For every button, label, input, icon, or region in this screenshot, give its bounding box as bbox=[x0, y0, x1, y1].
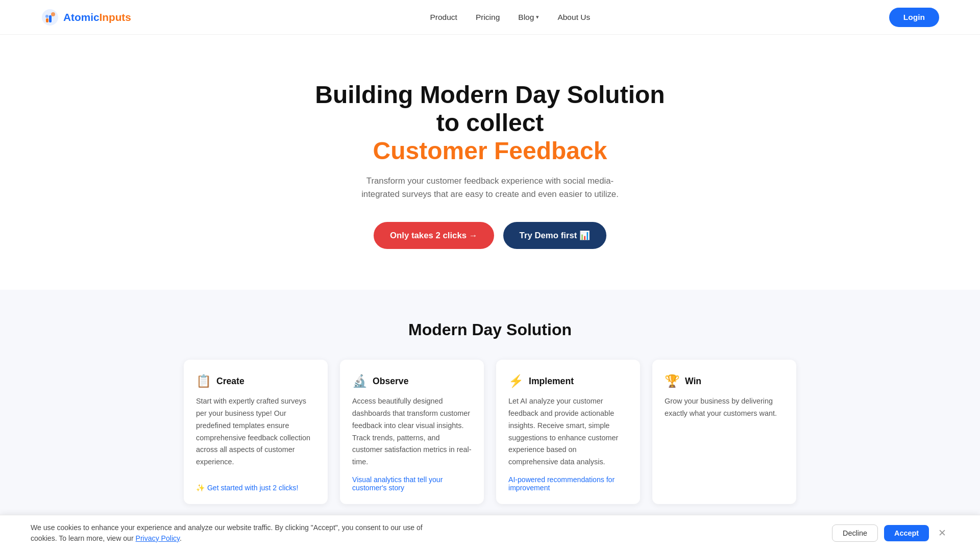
card-win-title: Win bbox=[685, 376, 701, 387]
card-observe-title: Observe bbox=[373, 376, 408, 387]
hero-buttons: Only takes 2 clicks → Try Demo first 📊 bbox=[374, 222, 606, 249]
nav-item-pricing[interactable]: Pricing bbox=[476, 13, 500, 22]
svg-point-4 bbox=[45, 15, 48, 18]
privacy-policy-link[interactable]: Privacy Policy bbox=[136, 534, 180, 542]
card-win-body: Grow your business by delivering exactly… bbox=[665, 395, 784, 420]
feature-cards-grid: 📋 Create Start with expertly crafted sur… bbox=[184, 360, 796, 504]
card-win: 🏆 Win Grow your business by delivering e… bbox=[652, 360, 796, 504]
cookie-text: We use cookies to enhance your experienc… bbox=[31, 522, 449, 544]
close-cookie-button[interactable]: ✕ bbox=[935, 526, 949, 540]
nav-item-blog[interactable]: Blog ▾ bbox=[518, 13, 539, 22]
card-implement-body: Let AI analyze your customer feedback an… bbox=[508, 395, 628, 468]
hero-section: Building Modern Day Solution to collect … bbox=[0, 35, 980, 290]
card-observe-link[interactable]: Visual analytics that tell your customer… bbox=[352, 475, 472, 492]
observe-icon: 🔬 bbox=[352, 374, 368, 388]
logo-text: AtomicInputs bbox=[63, 11, 131, 23]
login-button[interactable]: Login bbox=[889, 8, 939, 27]
card-observe-header: 🔬 Observe bbox=[352, 374, 472, 388]
card-create-link[interactable]: ✨ Get started with just 2 clicks! bbox=[196, 484, 315, 492]
only-takes-2-clicks-button[interactable]: Only takes 2 clicks → bbox=[374, 222, 494, 249]
logo-icon bbox=[41, 8, 59, 27]
svg-rect-2 bbox=[49, 15, 52, 22]
card-implement-title: Implement bbox=[529, 376, 574, 387]
nav-item-product[interactable]: Product bbox=[430, 13, 457, 22]
svg-rect-1 bbox=[46, 18, 48, 22]
hero-subtitle: Transform your customer feedback experie… bbox=[357, 174, 623, 202]
card-create-header: 📋 Create bbox=[196, 374, 315, 388]
card-win-header: 🏆 Win bbox=[665, 374, 784, 388]
card-implement: ⚡ Implement Let AI analyze your customer… bbox=[496, 360, 640, 504]
hero-title: Building Modern Day Solution to collect … bbox=[311, 81, 669, 165]
card-create: 📋 Create Start with expertly crafted sur… bbox=[184, 360, 328, 504]
create-icon: 📋 bbox=[196, 374, 211, 388]
card-implement-header: ⚡ Implement bbox=[508, 374, 628, 388]
features-section: Modern Day Solution 📋 Create Start with … bbox=[0, 290, 980, 545]
cookie-actions: Decline Accept ✕ bbox=[832, 524, 949, 542]
nav-links: Product Pricing Blog ▾ About Us bbox=[430, 13, 590, 22]
implement-icon: ⚡ bbox=[508, 374, 524, 388]
chevron-down-icon: ▾ bbox=[536, 14, 539, 20]
svg-point-3 bbox=[51, 12, 55, 16]
win-icon: 🏆 bbox=[665, 374, 680, 388]
card-create-body: Start with expertly crafted surveys per … bbox=[196, 395, 315, 468]
card-observe: 🔬 Observe Access beautifully designed da… bbox=[340, 360, 484, 504]
accept-button[interactable]: Accept bbox=[884, 525, 929, 541]
card-implement-link[interactable]: AI-powered recommendations for improveme… bbox=[508, 475, 628, 492]
try-demo-first-button[interactable]: Try Demo first 📊 bbox=[503, 222, 607, 249]
features-title: Modern Day Solution bbox=[41, 320, 939, 339]
decline-button[interactable]: Decline bbox=[832, 524, 878, 542]
cookie-banner: We use cookies to enhance your experienc… bbox=[0, 515, 980, 545]
card-observe-body: Access beautifully designed dashboards t… bbox=[352, 395, 472, 468]
card-create-title: Create bbox=[216, 376, 244, 387]
logo-link[interactable]: AtomicInputs bbox=[41, 8, 131, 27]
navbar: AtomicInputs Product Pricing Blog ▾ Abou… bbox=[0, 0, 980, 35]
nav-item-about[interactable]: About Us bbox=[557, 13, 590, 22]
